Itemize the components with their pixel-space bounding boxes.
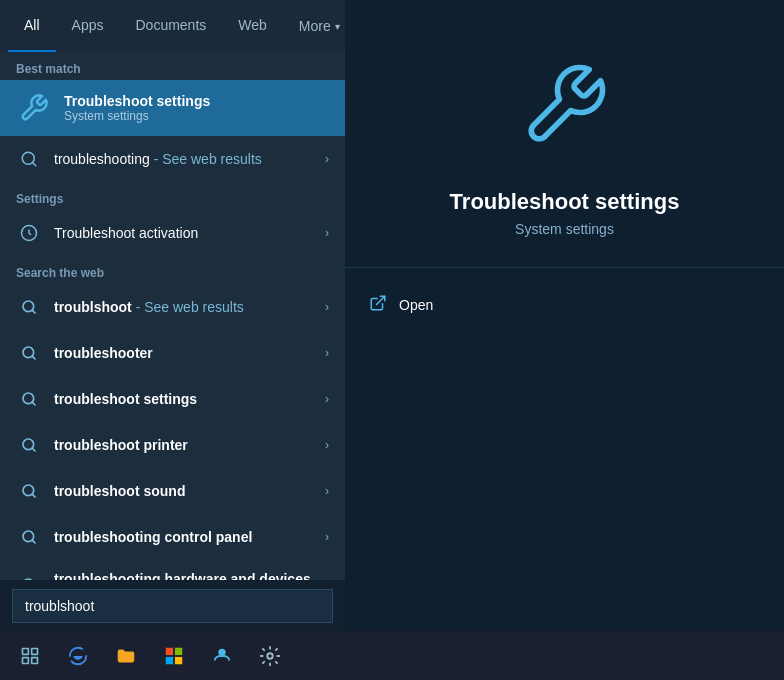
best-match-subtitle: System settings [64, 109, 210, 123]
tab-apps[interactable]: Apps [56, 0, 120, 52]
taskbar-search[interactable] [8, 634, 52, 678]
taskbar-weather-icon[interactable] [200, 634, 244, 678]
svg-rect-25 [166, 656, 173, 663]
taskbar [0, 630, 784, 680]
svg-rect-21 [23, 657, 29, 663]
search-item-text: troubleshoot printer [54, 437, 313, 453]
magnifier-icon [16, 294, 42, 320]
svg-rect-22 [32, 657, 38, 663]
search-result-troubleshoot-printer[interactable]: troubleshoot printer › [0, 422, 345, 468]
chevron-down-icon: ▾ [335, 21, 340, 32]
start-menu: All Apps Documents Web More ▾ P ··· [0, 0, 784, 630]
search-item-extra: - See web results [136, 299, 244, 315]
search-item-text: troubleshoot settings [54, 391, 313, 407]
divider [345, 267, 784, 268]
taskbar-edge-icon[interactable] [56, 634, 100, 678]
svg-rect-19 [23, 648, 29, 654]
best-match-item[interactable]: Troubleshoot settings System settings [0, 80, 345, 136]
tab-web[interactable]: Web [222, 0, 283, 52]
settings-item-activation[interactable]: Troubleshoot activation › [0, 210, 345, 256]
magnifier-icon [16, 386, 42, 412]
svg-rect-20 [32, 648, 38, 654]
search-item-text: troubleshooter [54, 345, 313, 361]
svg-rect-26 [175, 656, 182, 663]
web-result-label: troubleshooting [54, 151, 150, 167]
svg-line-12 [32, 494, 35, 497]
detail-title: Troubleshoot settings [450, 189, 680, 215]
search-result-troubleshoot-settings[interactable]: troubleshoot settings › [0, 376, 345, 422]
detail-subtitle: System settings [515, 221, 614, 237]
search-result-troublshoot[interactable]: troublshoot - See web results › [0, 284, 345, 330]
search-result-troubleshooting-hardware[interactable]: troubleshooting hardware and devices › [0, 560, 345, 580]
tabs-bar: All Apps Documents Web More ▾ P ··· [0, 0, 345, 52]
search-results: Best match Troubleshoot settings System … [0, 52, 345, 580]
settings-item-text: Troubleshoot activation [54, 225, 313, 241]
svg-line-4 [32, 310, 35, 313]
chevron-right-icon: › [325, 152, 329, 166]
web-result-item[interactable]: troubleshooting - See web results › [0, 136, 345, 182]
search-item-text: troubleshooting control panel [54, 529, 313, 545]
left-panel: All Apps Documents Web More ▾ P ··· [0, 0, 345, 630]
svg-rect-23 [166, 647, 173, 654]
chevron-right-icon: › [325, 392, 329, 406]
search-bar [0, 580, 345, 630]
search-result-troubleshoot-sound[interactable]: troubleshoot sound › [0, 468, 345, 514]
magnifier-icon [16, 524, 42, 550]
taskbar-settings-icon[interactable] [248, 634, 292, 678]
svg-line-10 [32, 448, 35, 451]
tab-all[interactable]: All [8, 0, 56, 52]
search-web-icon [16, 146, 42, 172]
chevron-right-icon: › [325, 484, 329, 498]
best-match-label: Best match [0, 52, 345, 80]
search-result-troubleshooter[interactable]: troubleshooter › [0, 330, 345, 376]
detail-wrench-icon [520, 60, 610, 169]
circle-check-icon [16, 220, 42, 246]
taskbar-store-icon[interactable] [152, 634, 196, 678]
chevron-right-icon: › [325, 226, 329, 240]
magnifier-icon [16, 432, 42, 458]
search-result-troubleshooting-control-panel[interactable]: troubleshooting control panel › [0, 514, 345, 560]
magnifier-icon [16, 340, 42, 366]
open-action[interactable]: Open [345, 284, 784, 326]
right-panel: Troubleshoot settings System settings Op… [345, 0, 784, 630]
magnifier-icon [16, 478, 42, 504]
chevron-right-icon: › [325, 530, 329, 544]
chevron-right-icon: › [325, 438, 329, 452]
svg-line-8 [32, 402, 35, 405]
search-input[interactable] [12, 589, 333, 623]
search-item-text: troublshoot [54, 299, 132, 315]
search-item-text: troubleshooting hardware and devices [54, 570, 313, 580]
svg-point-27 [218, 648, 225, 655]
open-icon [369, 294, 387, 316]
wrench-icon [16, 90, 52, 126]
svg-line-1 [32, 162, 35, 165]
svg-point-28 [267, 653, 273, 659]
best-match-text: Troubleshoot settings System settings [64, 93, 210, 123]
chevron-right-icon: › [325, 300, 329, 314]
best-match-title: Troubleshoot settings [64, 93, 210, 109]
svg-line-6 [32, 356, 35, 359]
taskbar-folder-icon[interactable] [104, 634, 148, 678]
settings-section-label: Settings [0, 182, 345, 210]
open-label: Open [399, 297, 433, 313]
see-web-label: - See web results [154, 151, 262, 167]
search-web-section-label: Search the web [0, 256, 345, 284]
magnifier-icon [16, 572, 42, 580]
svg-rect-24 [175, 647, 182, 654]
search-item-text: troubleshoot sound [54, 483, 313, 499]
svg-line-14 [32, 540, 35, 543]
tab-documents[interactable]: Documents [119, 0, 222, 52]
chevron-right-icon: › [325, 346, 329, 360]
